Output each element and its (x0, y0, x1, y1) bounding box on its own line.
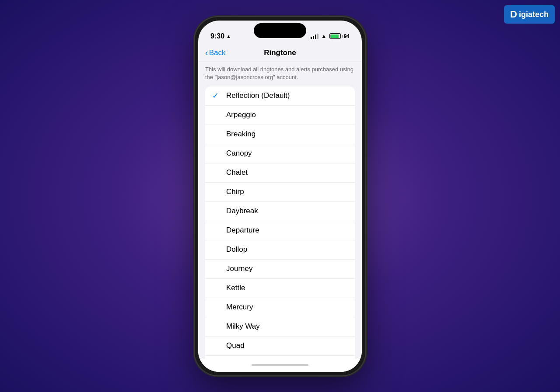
ringtone-label: Journey (226, 264, 348, 273)
home-bar (252, 364, 308, 366)
battery-fill (330, 35, 339, 38)
time-display: 9:30 (210, 32, 224, 40)
phone-frame: 9:30 ▲ ▲ 94 ‹ Back (195, 17, 365, 375)
content-area: This will download all ringtones and ale… (198, 62, 362, 359)
ringtone-label: Milky Way (226, 322, 348, 331)
ringtone-label: Daybreak (226, 207, 348, 215)
status-time: 9:30 ▲ (210, 32, 231, 40)
list-item[interactable]: Quad (205, 336, 355, 356)
logo-d-letter: D (510, 9, 517, 20)
nav-bar: ‹ Back Ringtone (198, 45, 362, 62)
list-item[interactable]: Chirp (205, 183, 355, 202)
ringtone-label: Breaking (226, 130, 348, 139)
list-item[interactable]: Milky Way (205, 317, 355, 336)
info-text: This will download all ringtones and ale… (198, 62, 362, 87)
checkmark-icon: ✓ (212, 91, 221, 101)
ringtone-label: Reflection (Default) (226, 91, 348, 100)
list-item[interactable]: Canopy (205, 144, 355, 163)
ringtone-label: Chirp (226, 187, 348, 196)
back-label: Back (209, 49, 226, 57)
phone-screen: 9:30 ▲ ▲ 94 ‹ Back (198, 21, 362, 372)
ringtone-label: Canopy (226, 149, 348, 158)
battery-tip (342, 35, 343, 38)
list-item[interactable]: Arpeggio (205, 106, 355, 125)
list-item[interactable]: Journey (205, 260, 355, 279)
list-item[interactable]: Mercury (205, 298, 355, 317)
battery-body (329, 33, 341, 39)
home-indicator (198, 359, 362, 372)
list-item[interactable]: ✓Reflection (Default) (205, 87, 355, 106)
list-item[interactable]: Radial (205, 356, 355, 359)
dynamic-island (254, 23, 306, 38)
logo-text: igiatech (519, 10, 549, 19)
ringtone-label: Quad (226, 341, 348, 350)
list-item[interactable]: Departure (205, 221, 355, 240)
battery-percentage: 94 (344, 33, 350, 39)
back-chevron-icon: ‹ (205, 48, 208, 57)
location-icon: ▲ (226, 34, 231, 39)
back-button[interactable]: ‹ Back (205, 49, 225, 57)
list-item[interactable]: Breaking (205, 125, 355, 144)
ringtone-label: Kettle (226, 284, 348, 292)
battery-indicator: 94 (329, 33, 350, 39)
wifi-icon: ▲ (321, 33, 327, 39)
ringtone-label: Chalet (226, 168, 348, 177)
list-item[interactable]: Daybreak (205, 202, 355, 221)
signal-icon (311, 34, 318, 39)
list-item[interactable]: Kettle (205, 279, 355, 298)
ringtone-label: Dollop (226, 245, 348, 254)
digiatech-logo: D igiatech (504, 5, 555, 24)
list-item[interactable]: Chalet (205, 163, 355, 183)
ringtone-label: Arpeggio (226, 111, 348, 119)
ringtone-label: Departure (226, 226, 348, 235)
status-icons: ▲ 94 (311, 33, 350, 39)
list-item[interactable]: Dollop (205, 240, 355, 260)
ringtone-list: ✓Reflection (Default)ArpeggioBreakingCan… (205, 87, 355, 359)
page-title: Ringtone (264, 49, 296, 57)
ringtone-label: Mercury (226, 303, 348, 312)
